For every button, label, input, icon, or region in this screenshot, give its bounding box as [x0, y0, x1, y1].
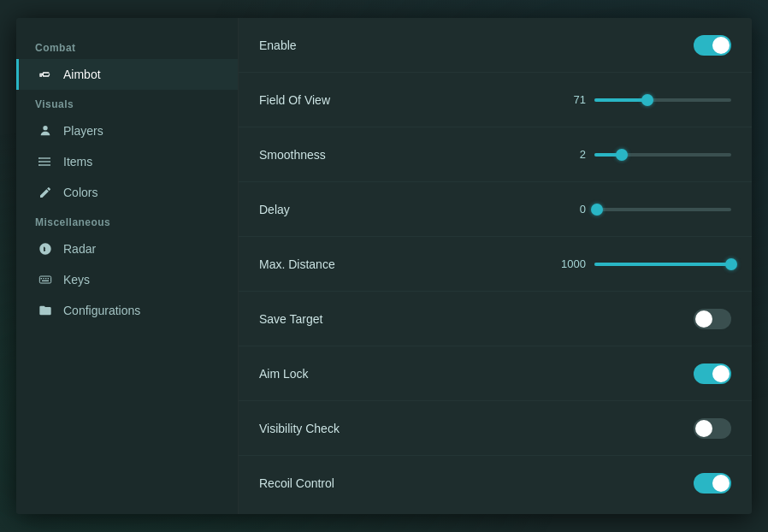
sidebar-item-label-colors: Colors: [63, 186, 97, 199]
keyboard-icon: [38, 272, 53, 287]
main-panel: EnableField Of View71Smoothness2Delay0Ma…: [239, 18, 752, 514]
svg-point-5: [38, 161, 40, 163]
settings-list: EnableField Of View71Smoothness2Delay0Ma…: [239, 18, 752, 511]
folder-icon: [38, 303, 53, 318]
settings-row-fov: Field Of View71: [239, 73, 752, 127]
sidebar-item-label-keys: Keys: [63, 273, 90, 287]
settings-control-max_distance: 1000: [552, 257, 731, 270]
sidebar-section-visuals: Visuals: [16, 90, 238, 115]
slider-track-smoothness[interactable]: [594, 153, 731, 157]
settings-label-max_distance: Max. Distance: [259, 257, 335, 271]
slider-container-max_distance: 1000: [552, 257, 731, 270]
settings-row-visibility_check: Visibility Check: [239, 401, 752, 456]
sidebar-item-keys[interactable]: Keys: [16, 264, 238, 295]
toggle-save_target[interactable]: [694, 309, 731, 329]
sidebar-item-configurations[interactable]: Configurations: [16, 295, 238, 326]
settings-row-smoothness: Smoothness2: [239, 127, 752, 182]
sidebar-item-items[interactable]: Items: [16, 146, 238, 177]
settings-label-smoothness: Smoothness: [259, 148, 326, 162]
slider-container-smoothness: 2: [552, 148, 731, 161]
toggle-enable[interactable]: [694, 35, 731, 56]
slider-thumb-smoothness: [616, 149, 628, 161]
sidebar-item-radar[interactable]: Radar: [16, 233, 238, 264]
settings-row-enable: Enable: [239, 18, 752, 73]
settings-label-fov: Field Of View: [259, 93, 330, 107]
pen-icon: [38, 185, 53, 200]
svg-rect-11: [48, 278, 49, 279]
sidebar-item-players[interactable]: Players: [16, 115, 238, 146]
toggle-recoil_control[interactable]: [694, 473, 731, 494]
sidebar-item-label-radar: Radar: [63, 242, 96, 256]
slider-fill-max_distance: [594, 263, 731, 266]
slider-track-fov[interactable]: [594, 98, 731, 102]
toggle-knob-recoil_control: [712, 475, 730, 492]
settings-row-recoil_control: Recoil Control: [239, 456, 752, 511]
settings-row-save_target: Save Target: [239, 292, 752, 346]
settings-control-enable: [694, 35, 731, 56]
svg-rect-2: [40, 161, 50, 162]
settings-control-recoil_control: [694, 473, 731, 494]
svg-rect-3: [40, 164, 50, 165]
svg-rect-8: [41, 278, 42, 279]
gun-icon: [38, 67, 53, 82]
slider-value-delay: 0: [552, 203, 586, 216]
slider-thumb-delay: [591, 204, 603, 216]
sidebar-item-label-configurations: Configurations: [63, 304, 140, 317]
svg-rect-9: [43, 278, 44, 279]
settings-label-delay: Delay: [259, 203, 290, 216]
settings-label-recoil_control: Recoil Control: [259, 476, 334, 490]
toggle-visibility_check[interactable]: [694, 418, 731, 439]
slider-track-max_distance[interactable]: [594, 263, 731, 266]
toggle-knob-save_target: [695, 310, 712, 328]
slider-value-smoothness: 2: [552, 148, 586, 161]
settings-row-delay: Delay0: [239, 182, 752, 237]
sidebar-item-label-items: Items: [63, 155, 92, 168]
app-window: CombatAimbotVisualsPlayersItemsColorsMis…: [16, 18, 752, 514]
slider-thumb-fov: [641, 94, 653, 106]
svg-rect-12: [42, 281, 49, 281]
toggle-knob-enable: [712, 37, 730, 54]
settings-control-save_target: [694, 309, 731, 329]
toggle-knob-aim_lock: [712, 365, 730, 382]
settings-row-max_distance: Max. Distance1000: [239, 237, 752, 292]
slider-value-fov: 71: [552, 93, 586, 106]
settings-control-visibility_check: [694, 418, 731, 439]
slider-container-delay: 0: [552, 203, 731, 216]
settings-control-smoothness: 2: [552, 148, 731, 161]
sidebar-item-label-players: Players: [63, 124, 103, 138]
settings-control-aim_lock: [694, 364, 731, 384]
svg-rect-10: [45, 278, 46, 279]
settings-control-delay: 0: [552, 203, 731, 216]
svg-rect-7: [39, 276, 50, 283]
settings-label-enable: Enable: [259, 38, 297, 52]
sidebar: CombatAimbotVisualsPlayersItemsColorsMis…: [16, 18, 239, 514]
sidebar-item-aimbot[interactable]: Aimbot: [16, 59, 238, 90]
settings-label-aim_lock: Aim Lock: [259, 367, 309, 381]
sidebar-item-colors[interactable]: Colors: [16, 177, 238, 208]
slider-fill-fov: [594, 98, 647, 102]
list-icon: [38, 154, 53, 169]
slider-container-fov: 71: [552, 93, 731, 106]
sidebar-section-miscellaneous: Miscellaneous: [16, 208, 238, 233]
svg-point-4: [38, 157, 40, 159]
slider-value-max_distance: 1000: [552, 257, 586, 270]
sidebar-section-combat: Combat: [16, 33, 238, 59]
toggle-aim_lock[interactable]: [694, 364, 731, 384]
radar-icon: [38, 241, 53, 257]
sidebar-item-label-aimbot: Aimbot: [63, 68, 101, 81]
toggle-knob-visibility_check: [695, 420, 712, 437]
settings-label-visibility_check: Visibility Check: [259, 422, 340, 435]
slider-thumb-max_distance: [725, 258, 737, 270]
person-icon: [38, 123, 53, 139]
svg-point-6: [38, 164, 40, 166]
settings-row-aim_lock: Aim Lock: [239, 346, 752, 401]
slider-track-delay[interactable]: [594, 208, 731, 211]
svg-rect-1: [40, 157, 50, 158]
svg-point-0: [43, 126, 47, 130]
settings-control-fov: 71: [552, 93, 731, 106]
settings-label-save_target: Save Target: [259, 312, 322, 326]
